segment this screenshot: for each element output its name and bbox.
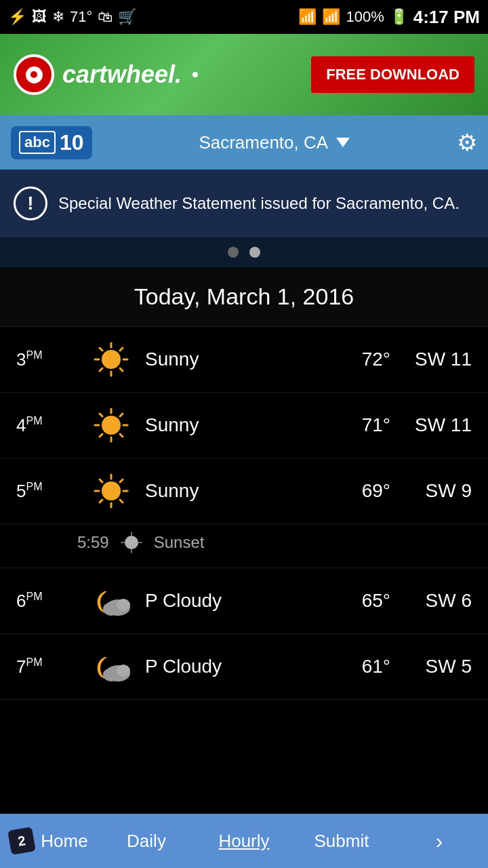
channel-number: 10 bbox=[60, 130, 84, 155]
dot-2[interactable] bbox=[249, 247, 260, 258]
temp-7pm: 61° bbox=[323, 656, 390, 677]
location-selector[interactable]: Sacramento, CA bbox=[199, 132, 350, 153]
wind-6pm: SW 6 bbox=[397, 590, 472, 612]
weather-row-5pm: 5PM Sunny 69° SW 9 bbox=[0, 458, 488, 524]
usb-icon: ⚡ bbox=[8, 8, 26, 26]
nav-home[interactable]: 2 Home bbox=[0, 814, 98, 868]
ad-download-button[interactable]: FREE DOWNLOAD bbox=[311, 56, 474, 93]
svg-line-8 bbox=[100, 368, 102, 371]
nav-badge: 2 bbox=[7, 827, 36, 855]
svg-line-15 bbox=[120, 434, 123, 437]
sunset-icon bbox=[120, 531, 143, 554]
temperature-display: 71° bbox=[70, 8, 92, 26]
temp-5pm: 69° bbox=[323, 480, 390, 502]
svg-point-9 bbox=[102, 416, 121, 435]
sunset-label-text: Sunset bbox=[154, 533, 205, 552]
wind-7pm: SW 5 bbox=[397, 656, 472, 677]
weather-row-7pm: 7PM P Cloudy 61° SW 5 bbox=[0, 634, 488, 700]
wind-5pm: SW 9 bbox=[397, 480, 472, 502]
date-header: Today, March 1, 2016 bbox=[0, 267, 488, 327]
clock-display: 4:17 PM bbox=[413, 7, 480, 28]
bag-icon: 🛒 bbox=[118, 8, 136, 26]
svg-point-0 bbox=[102, 350, 121, 369]
bottom-nav: 2 Home Daily Hourly Submit › bbox=[0, 814, 488, 868]
svg-line-25 bbox=[120, 479, 123, 482]
nav-hourly-label: Hourly bbox=[218, 831, 269, 852]
condition-5pm: Sunny bbox=[145, 480, 316, 502]
condition-3pm: Sunny bbox=[145, 349, 316, 370]
sunset-time: 5:59 bbox=[77, 533, 109, 552]
condition-6pm: P Cloudy bbox=[145, 590, 316, 612]
svg-line-5 bbox=[100, 348, 102, 351]
time-7pm: 7PM bbox=[16, 656, 77, 677]
ad-banner[interactable]: cartwheel. FREE DOWNLOAD bbox=[0, 34, 488, 115]
svg-line-23 bbox=[100, 479, 102, 482]
svg-point-18 bbox=[102, 481, 121, 500]
wind-3pm: SW 11 bbox=[397, 349, 472, 370]
alert-banner[interactable]: ! Special Weather Statement issued for S… bbox=[0, 170, 488, 237]
weather-row-4pm: 4PM Sunny 71° SW 11 bbox=[0, 393, 488, 458]
page-dots-indicator bbox=[0, 237, 488, 267]
svg-line-17 bbox=[100, 434, 102, 437]
temp-4pm: 71° bbox=[323, 414, 390, 436]
nav-home-label: Home bbox=[41, 831, 87, 852]
location-text: Sacramento, CA bbox=[199, 132, 328, 153]
app-logo: abc 10 bbox=[11, 126, 92, 159]
alert-exclamation-icon: ! bbox=[14, 186, 47, 220]
sunset-row: 5:59 Sunset bbox=[0, 524, 488, 568]
status-left: ⚡ 🖼 ❄ 71° 🛍 🛒 bbox=[8, 8, 136, 26]
battery-icon: 🔋 bbox=[390, 8, 408, 26]
time-6pm: 6PM bbox=[16, 591, 77, 612]
nav-submit[interactable]: Submit bbox=[293, 814, 390, 868]
svg-line-26 bbox=[100, 500, 102, 502]
nav-hourly[interactable]: Hourly bbox=[195, 814, 293, 868]
svg-line-16 bbox=[120, 414, 123, 416]
ad-logo-area: cartwheel. bbox=[14, 54, 198, 95]
status-right: 📶 📶 100% 🔋 4:17 PM bbox=[298, 7, 480, 28]
abc-logo-text: abc bbox=[19, 131, 56, 154]
app-header: abc 10 Sacramento, CA ⚙ bbox=[0, 115, 488, 170]
time-5pm: 5PM bbox=[16, 481, 77, 502]
alert-message: Special Weather Statement issued for Sac… bbox=[58, 192, 460, 215]
status-bar: ⚡ 🖼 ❄ 71° 🛍 🛒 📶 📶 100% 🔋 4:17 PM bbox=[0, 0, 488, 34]
weather-icon-7pm bbox=[84, 648, 138, 686]
weather-icon-3pm bbox=[84, 340, 138, 378]
nav-daily[interactable]: Daily bbox=[98, 814, 195, 868]
target-logo bbox=[14, 54, 54, 95]
svg-point-34 bbox=[117, 599, 130, 611]
condition-7pm: P Cloudy bbox=[145, 656, 316, 677]
weather-row-6pm: 6PM P Cloudy 65° SW 6 bbox=[0, 568, 488, 634]
condition-4pm: Sunny bbox=[145, 414, 316, 436]
nav-daily-label: Daily bbox=[127, 831, 166, 852]
settings-icon[interactable]: ⚙ bbox=[457, 129, 477, 156]
svg-point-27 bbox=[125, 536, 138, 549]
temp-3pm: 72° bbox=[323, 349, 390, 370]
weather-icon-5pm bbox=[84, 472, 138, 510]
temp-6pm: 65° bbox=[323, 590, 390, 612]
nav-submit-label: Submit bbox=[314, 831, 369, 852]
battery-percent: 100% bbox=[346, 8, 384, 26]
signal-icon: 📶 bbox=[322, 8, 340, 26]
wind-4pm: SW 11 bbox=[397, 414, 472, 436]
snowflake-icon: ❄ bbox=[52, 8, 64, 26]
ad-brand-text: cartwheel. bbox=[62, 60, 182, 89]
weather-icon-4pm bbox=[84, 406, 138, 444]
shopping-icon: 🛍 bbox=[98, 8, 113, 26]
dot-1[interactable] bbox=[228, 247, 239, 258]
svg-line-6 bbox=[120, 368, 123, 371]
svg-line-7 bbox=[120, 348, 123, 351]
wifi-icon: 📶 bbox=[298, 8, 317, 26]
svg-point-37 bbox=[117, 665, 130, 677]
weather-icon-6pm bbox=[84, 582, 138, 620]
nav-chevron[interactable]: › bbox=[390, 814, 488, 868]
time-3pm: 3PM bbox=[16, 349, 77, 370]
time-4pm: 4PM bbox=[16, 415, 77, 436]
svg-line-24 bbox=[120, 500, 123, 502]
ad-dot bbox=[192, 72, 198, 77]
weather-row-3pm: 3PM Sunny 72° SW 11 bbox=[0, 327, 488, 393]
svg-line-14 bbox=[100, 414, 102, 416]
dropdown-arrow-icon bbox=[336, 138, 350, 147]
image-icon: 🖼 bbox=[32, 8, 47, 26]
chevron-right-icon: › bbox=[436, 829, 443, 854]
